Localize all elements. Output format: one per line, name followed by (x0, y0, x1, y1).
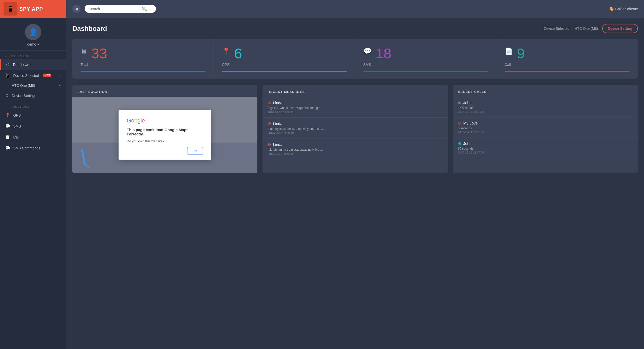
stat-label-call: Call (505, 63, 630, 67)
content: Dashboard Device Selected / HTC One (M8)… (66, 18, 644, 349)
outgoing-call-icon: ⊕ (458, 100, 461, 105)
call-icon: 📋 (5, 135, 10, 139)
recent-calls-title: RECENT CALLS (453, 85, 638, 97)
dialog-question: Do you own this website? (127, 139, 203, 143)
check-icon: ✓ (58, 83, 61, 88)
avatar: 👤 (25, 24, 41, 40)
stat-card-gps: 📍 6 GPS (214, 39, 355, 79)
sidebar-item-sms[interactable]: 💬 SMS (0, 121, 66, 132)
message-item[interactable]: ⊕ Linda Idk tbh, imma try n stay away no… (262, 138, 448, 159)
device-name-label: HTC One (M8) (12, 83, 35, 88)
stat-value-total: 33 (91, 46, 107, 61)
sms-commands-icon: 💬 (5, 146, 10, 150)
stat-value-call: 9 (517, 46, 525, 61)
sidebar-item-label: Device Selected (13, 74, 39, 78)
logo-icon: 📱 (4, 2, 17, 16)
main-area: ◀ 🔍 🎨 Color Scheme Dashboard Device Sele… (66, 0, 644, 349)
google-maps-dialog: Google This page can't load Google Maps … (119, 110, 211, 160)
page-header: Dashboard Device Selected / HTC One (M8)… (72, 24, 638, 33)
hot-badge: HOT (43, 74, 51, 77)
sidebar: 📱 SPY APP 👤 demo ▾ ---- MAIN MENU ⏱ Dash… (0, 0, 66, 349)
message-time: 2016-06-10 09:20:10 (268, 132, 442, 135)
sms-icon: 💬 (5, 124, 10, 129)
dialog-title: This page can't load Google Maps correct… (127, 128, 203, 136)
recent-calls-panel: RECENT CALLS ⊕ John 15 seconds 2017-12-1… (453, 85, 638, 173)
incoming-call-icon: ⊖ (458, 121, 461, 125)
message-text: that boy is so messed up. why dnt u sta.… (268, 127, 442, 131)
call-contact: My Love (463, 121, 478, 125)
arrow-icon: ⊕ (268, 121, 271, 126)
call-item[interactable]: ⊖ My Love 5 seconds 2017-12-14 19:11:06 (453, 117, 638, 137)
last-location-title: LAST LOCATION (72, 85, 257, 97)
logo-area: 📱 SPY APP (0, 0, 66, 18)
color-scheme-label: Color Scheme (615, 7, 638, 11)
call-stat-icon: 📄 (505, 47, 513, 55)
call-contact: John (463, 101, 472, 105)
sidebar-item-label: Dashboard (13, 63, 31, 67)
sidebar-item-label: GPS (13, 113, 21, 117)
stats-row: 🖥 33 Total 📍 6 GPS 💬 18 SMS (72, 39, 638, 79)
palette-icon: 🎨 (609, 7, 614, 11)
stat-card-sms: 💬 18 SMS (355, 39, 497, 79)
monitor-icon: 🖥 (81, 47, 87, 55)
message-item[interactable]: ⊕ Linda hey lind, whats the assignment m… (262, 97, 448, 118)
sidebar-item-label: Device Setting (12, 94, 35, 98)
call-duration: 15 seconds (458, 106, 633, 110)
call-duration: 60 seconds (458, 147, 633, 150)
sidebar-item-call[interactable]: 📋 Call (0, 132, 66, 143)
dashboard-icon: ⏱ (6, 62, 10, 67)
sidebar-item-sms-commands[interactable]: 💬 SMS Commands (0, 143, 66, 153)
back-button[interactable]: ◀ (72, 5, 81, 13)
sidebar-item-device-selected[interactable]: 📱 Device Selected HOT › (0, 70, 66, 81)
chevron-icon: › (60, 74, 61, 77)
breadcrumb-device-selected: Device Selected (544, 26, 570, 31)
sidebar-item-dashboard[interactable]: ⏱ Dashboard (0, 59, 66, 70)
message-sender: Linda (273, 101, 282, 105)
sidebar-item-label: SMS Commands (13, 146, 40, 150)
location-icon: 📍 (222, 47, 230, 55)
sidebar-item-device-setting[interactable]: ⚙ Device Setting (0, 90, 66, 101)
sidebar-item-gps[interactable]: 📍 GPS (0, 110, 66, 121)
search-icon: 🔍 (142, 6, 147, 11)
last-location-panel: LAST LOCATION Google This page can't loa… (72, 85, 257, 173)
stat-value-sms: 18 (376, 46, 391, 61)
search-input[interactable] (89, 7, 140, 11)
breadcrumb: Device Selected / HTC One (M8) (544, 26, 598, 31)
breadcrumb-separator: / (572, 26, 573, 31)
stat-bar-call (505, 71, 630, 72)
gear-icon: ⚙ (5, 93, 9, 98)
sidebar-item-label: SMS (13, 124, 21, 128)
message-item[interactable]: ⊕ Linda that boy is so messed up. why dn… (262, 118, 448, 138)
call-contact: John (463, 141, 472, 146)
call-time: 2017-12-17 14:10:06 (458, 110, 633, 113)
device-selected-icon: 📱 (5, 73, 10, 78)
stat-card-total: 🖥 33 Total (72, 39, 214, 79)
call-item[interactable]: ⊕ John 15 seconds 2017-12-17 14:10:06 (453, 97, 638, 117)
arrow-icon: ⊕ (268, 142, 271, 147)
sidebar-item-htc[interactable]: HTC One (M8) ✓ (0, 81, 66, 90)
call-item[interactable]: ⊕ John 60 seconds 2017-12-13 12:17:06 (453, 137, 638, 158)
call-time: 2017-12-13 12:17:06 (458, 151, 633, 154)
google-logo: Google (127, 117, 203, 124)
functions-label: ---- FUNCTIONS (0, 101, 66, 110)
device-setting-button[interactable]: Device Setting (602, 24, 638, 33)
message-text: hey lind, whats the assignment ms. gra..… (268, 106, 442, 110)
message-text: Idk tbh, imma try n stay away now. Ive .… (268, 148, 442, 151)
arrow-icon: ⊕ (268, 100, 271, 105)
dialog-ok-button[interactable]: OK (187, 147, 203, 155)
stat-label-sms: SMS (363, 63, 488, 67)
sidebar-profile: 👤 demo ▾ (0, 18, 66, 51)
bottom-panels: LAST LOCATION Google This page can't loa… (72, 85, 638, 173)
search-box[interactable]: 🔍 (85, 5, 156, 13)
stat-card-call: 📄 9 Call (496, 39, 638, 79)
color-scheme-button[interactable]: 🎨 Color Scheme (609, 7, 638, 11)
stat-value-gps: 6 (234, 46, 242, 61)
stat-label-total: Total (81, 63, 205, 67)
topbar-right: 🎨 Color Scheme (609, 7, 638, 11)
outgoing-call-icon: ⊕ (458, 141, 461, 146)
map-river (81, 146, 100, 169)
topbar: ◀ 🔍 🎨 Color Scheme (66, 0, 644, 18)
call-time: 2017-12-14 19:11:06 (458, 131, 633, 134)
profile-name[interactable]: demo ▾ (27, 42, 39, 46)
stat-bar-gps (222, 71, 347, 72)
